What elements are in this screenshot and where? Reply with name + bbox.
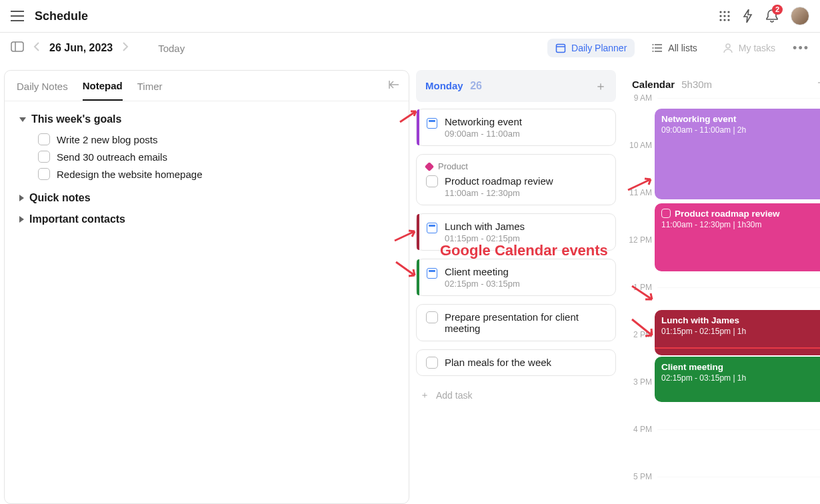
more-menu-icon[interactable]: ••• [793, 41, 809, 55]
notifications-icon[interactable]: 2 [765, 9, 779, 23]
all-lists-pill[interactable]: All lists [644, 39, 705, 57]
today-button[interactable]: Today [158, 43, 185, 54]
list-item-label: Redesign the website homepage [57, 169, 202, 180]
svg-point-5 [727, 15, 729, 17]
hour-label: 10 AM [623, 141, 657, 188]
all-lists-label: All lists [668, 43, 697, 53]
calendar-icon [555, 43, 566, 53]
list-icon [652, 43, 663, 53]
section-quick-notes: Quick notes [19, 192, 394, 204]
event-subtitle: 11:00am - 12:30pm | 1h30m [661, 220, 820, 229]
task-card[interactable]: Networking event 09:00am - 11:00am [416, 109, 616, 146]
event-subtitle: 09:00am - 11:00am | 2h [661, 125, 820, 135]
task-card[interactable]: Plan meals for the week [416, 349, 616, 376]
hour-row: 4 PM [623, 429, 820, 477]
list-item[interactable]: Write 2 new blog posts [38, 131, 394, 148]
day-number: 26 [470, 80, 482, 91]
svg-point-2 [727, 11, 729, 13]
calendar-duration: 5h30m [681, 79, 712, 90]
collapse-right-icon[interactable] [817, 78, 820, 90]
section-contacts-header[interactable]: Important contacts [19, 213, 394, 225]
checkbox[interactable] [38, 151, 50, 163]
event-title: Lunch with James [661, 315, 739, 325]
svg-point-4 [723, 15, 725, 17]
tab-timer[interactable]: Timer [137, 81, 163, 100]
add-task-label: Add task [436, 390, 472, 401]
calendar-event[interactable]: Product roadmap review11:00am - 12:30pm … [655, 203, 820, 271]
add-icon[interactable]: ＋ [595, 78, 607, 94]
task-time: 11:00am - 12:30pm [445, 188, 553, 198]
my-tasks-label: My tasks [739, 43, 775, 53]
hour-label: 12 PM [623, 235, 657, 283]
checkbox[interactable] [38, 133, 50, 145]
menu-icon[interactable] [11, 11, 24, 21]
task-time: 02:15pm - 03:15pm [445, 279, 607, 289]
task-time: 09:00am - 11:00am [445, 129, 607, 139]
checkbox[interactable] [426, 175, 438, 187]
checkbox[interactable] [661, 209, 671, 218]
svg-point-7 [723, 19, 725, 21]
event-subtitle: 01:15pm - 02:15pm | 1h [661, 327, 820, 336]
secondbar-left: 26 Jun, 2023 Today [11, 41, 185, 55]
calendar-title: Calendar [632, 79, 675, 90]
task-tag: Product [438, 161, 468, 171]
daily-planner-pill[interactable]: Daily Planner [547, 39, 635, 57]
calendar-event[interactable]: Networking event09:00am - 11:00am | 2h [655, 109, 820, 199]
diamond-icon [425, 161, 434, 171]
calendar-timeline[interactable]: 9 AM10 AM11 AM12 PM1 PM2 PM3 PM4 PM5 PMN… [623, 98, 820, 485]
chevron-right-icon [19, 195, 24, 201]
sidebar-toggle-icon[interactable] [11, 41, 24, 55]
notepad-body: This week's goals Write 2 new blog posts… [5, 101, 409, 247]
hour-label: 5 PM [623, 472, 657, 504]
my-tasks-pill[interactable]: My tasks [715, 39, 783, 57]
day-name: Monday [425, 80, 463, 91]
add-task-button[interactable]: ＋ Add task [416, 384, 616, 407]
task-title: Client meeting [445, 266, 607, 277]
svg-point-0 [719, 11, 721, 13]
task-card[interactable]: Client meeting 02:15pm - 03:15pm [416, 259, 616, 296]
task-title: Product roadmap review [445, 175, 553, 187]
avatar[interactable] [791, 7, 809, 25]
secondbar: 26 Jun, 2023 Today Daily Planner All lis… [0, 33, 820, 63]
collapse-left-icon[interactable] [389, 80, 399, 92]
topbar: Schedule 2 [0, 0, 820, 33]
hour-label: 4 PM [623, 425, 657, 472]
svg-rect-11 [557, 45, 565, 53]
goals-checklist: Write 2 new blog posts Send 30 outreach … [19, 131, 394, 183]
section-contacts-title: Important contacts [29, 213, 125, 225]
date-display[interactable]: 26 Jun, 2023 [49, 42, 113, 54]
svg-point-6 [719, 19, 721, 21]
page-title: Schedule [35, 9, 88, 23]
checkbox[interactable] [426, 311, 438, 323]
next-day-button[interactable] [119, 42, 131, 54]
color-bar [417, 259, 419, 295]
plus-icon: ＋ [420, 389, 429, 401]
task-card[interactable]: Prepare presentation for client meeting [416, 304, 616, 341]
calendar-column: Calendar 5h30m 9 AM10 AM11 AM12 PM1 PM2 … [623, 70, 820, 504]
chevron-right-icon [19, 216, 24, 223]
task-card[interactable]: Product Product roadmap review 11:00am -… [416, 154, 616, 205]
list-item[interactable]: Send 30 outreach emails [38, 148, 394, 165]
task-card[interactable]: Lunch with James 01:15pm - 02:15pm [416, 213, 616, 251]
main: Daily Notes Notepad Timer This week's go… [0, 63, 820, 504]
calendar-event[interactable]: Client meeting02:15pm - 03:15pm | 1h [655, 357, 820, 402]
lightning-icon[interactable] [743, 9, 753, 23]
svg-point-16 [726, 44, 730, 48]
person-icon [723, 43, 733, 53]
list-item[interactable]: Redesign the website homepage [38, 165, 394, 183]
list-item-label: Write 2 new blog posts [57, 134, 157, 145]
tab-notepad[interactable]: Notepad [83, 80, 123, 101]
svg-point-14 [653, 47, 654, 49]
apps-grid-icon[interactable] [719, 10, 731, 22]
checkbox[interactable] [38, 168, 50, 180]
tab-daily-notes[interactable]: Daily Notes [17, 81, 68, 100]
prev-day-button[interactable] [31, 42, 43, 54]
svg-point-15 [653, 51, 654, 52]
svg-rect-9 [11, 42, 23, 51]
task-title: Lunch with James [445, 221, 607, 232]
hour-line [657, 477, 820, 504]
section-quick-notes-header[interactable]: Quick notes [19, 192, 394, 204]
notepad-panel: Daily Notes Notepad Timer This week's go… [4, 70, 409, 504]
section-goals-header[interactable]: This week's goals [19, 113, 394, 125]
checkbox[interactable] [426, 357, 438, 369]
